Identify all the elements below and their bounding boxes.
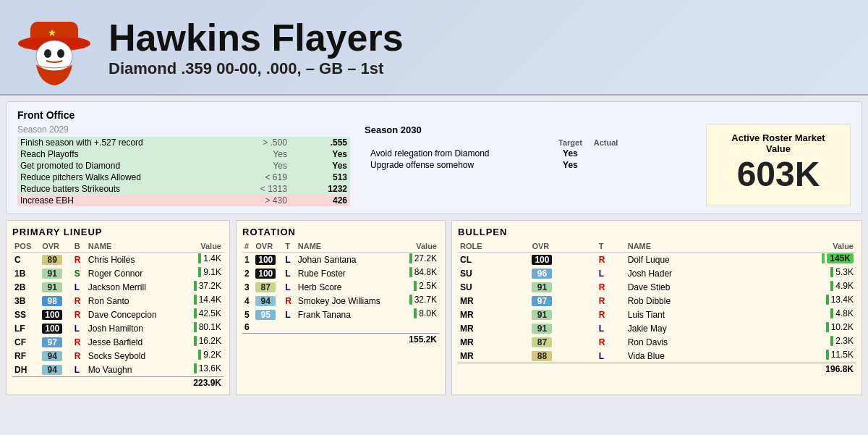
- pitcher-hand: L: [283, 266, 296, 280]
- player-hand: R: [72, 253, 86, 267]
- rotation-title: ROTATION: [242, 227, 439, 237]
- player-pos: 3B: [12, 294, 40, 308]
- table-row: 5 95 L Frank Tanana 8.0K: [242, 308, 439, 321]
- fo-2029-label: Season 2029: [17, 124, 350, 135]
- fo-goal-text: Reach Playoffs: [17, 148, 205, 160]
- fo-2030-label: Season 2030: [365, 124, 692, 135]
- bullpen-ovr: 91: [529, 308, 596, 321]
- bullpen-role: SU: [458, 280, 529, 294]
- bullpen-hand: R: [597, 253, 626, 267]
- pitcher-name: [296, 321, 400, 334]
- bullpen-ovr: 100: [529, 253, 596, 267]
- bullpen-ovr: 97: [529, 294, 596, 308]
- fo-goal-actual: Yes: [293, 148, 350, 160]
- player-pos: DH: [12, 363, 40, 377]
- fo-goal-target: Yes: [205, 160, 293, 172]
- header: ⭐ Hawkins Flayers Diamond .359 00-00, .0…: [0, 0, 868, 96]
- fo-goal-target: < 619: [205, 172, 293, 183]
- bullpen-ovr: 87: [529, 335, 596, 349]
- player-pos: CF: [12, 335, 40, 349]
- bullpen-role: MR: [458, 349, 529, 363]
- fo-goal-target: < 1313: [205, 183, 293, 195]
- col-t: T: [597, 240, 626, 253]
- bullpen-value: 2.3K: [758, 335, 856, 349]
- fo-goal-actual: Yes: [293, 160, 350, 172]
- col-ovr: OVR: [529, 240, 596, 253]
- table-row: MR 97 R Rob Dibble 13.4K: [458, 294, 856, 308]
- player-hand: L: [72, 280, 86, 294]
- team-name: Hawkins Flayers: [109, 16, 404, 59]
- bullpen-title: BULLPEN: [458, 227, 856, 237]
- bullpen-role: MR: [458, 294, 529, 308]
- bullpen-name: Jakie May: [626, 321, 758, 335]
- pitcher-num: 1: [242, 253, 253, 267]
- bullpen-hand: R: [597, 308, 626, 321]
- bullpen-hand: R: [597, 294, 626, 308]
- table-row: MR 88 L Vida Blue 11.5K: [458, 349, 856, 363]
- rotation-total-label: [242, 334, 400, 346]
- player-name: Josh Hamilton: [86, 321, 182, 335]
- col-name: NAME: [626, 240, 758, 253]
- pitcher-num: 4: [242, 294, 253, 308]
- fo-goal-actual: 1232: [293, 183, 350, 195]
- fo-goal-target: Yes: [205, 148, 293, 160]
- player-pos: 2B: [12, 280, 40, 294]
- col-b: B: [72, 240, 86, 253]
- player-hand: L: [72, 321, 86, 335]
- player-ovr: 94: [40, 349, 72, 363]
- bullpen-hand: R: [597, 335, 626, 349]
- table-row: C 89 R Chris Hoiles 1.4K: [12, 253, 224, 267]
- pitcher-ovr: 100: [253, 266, 283, 280]
- bullpen-value: 10.2K: [758, 321, 856, 335]
- fo-goal-text: Increase EBH: [17, 195, 205, 206]
- table-row: SU 91 R Dave Stieb 4.9K: [458, 280, 856, 294]
- bullpen-hand: L: [597, 321, 626, 335]
- fo-goal-text: Reduce batters Strikeouts: [17, 183, 205, 195]
- player-hand: R: [72, 335, 86, 349]
- pitcher-hand: R: [283, 294, 296, 308]
- player-hand: L: [72, 363, 86, 377]
- col-value: Value: [758, 240, 856, 253]
- table-row: 6: [242, 321, 439, 334]
- player-value: 9.1K: [182, 266, 224, 280]
- pitcher-ovr: 94: [253, 294, 283, 308]
- svg-point-6: [57, 49, 64, 58]
- fo-2030-target: Yes: [553, 159, 588, 171]
- fo-goal-target: > .500: [205, 137, 293, 148]
- fo-right: Season 2030 Target Actual Avoid relegati…: [365, 124, 851, 206]
- pitcher-name: Rube Foster: [296, 266, 400, 280]
- fo-goal-target: > 430: [205, 195, 293, 206]
- market-value-amount: 603K: [721, 154, 835, 194]
- player-name: Dave Concepcion: [86, 308, 182, 321]
- front-office: Front Office Season 2029 Finish season w…: [6, 101, 862, 214]
- fo-2030-actual: [588, 159, 624, 171]
- pitcher-value: [400, 321, 439, 334]
- bullpen-value: 11.5K: [758, 349, 856, 363]
- table-row: CL 100 R Dolf Luque 145K: [458, 253, 856, 267]
- svg-point-4: [36, 41, 72, 72]
- bullpen-hand: R: [597, 280, 626, 294]
- table-row: 3 87 L Herb Score 2.5K: [242, 280, 439, 294]
- fo-goal-text: Finish season with +.527 record: [17, 137, 205, 148]
- svg-point-5: [44, 49, 51, 58]
- table-row: 1B 91 S Roger Connor 9.1K: [12, 266, 224, 280]
- player-ovr: 100: [40, 321, 72, 335]
- player-value: 1.4K: [182, 253, 224, 267]
- player-ovr: 89: [40, 253, 72, 267]
- fo-goal-actual: 513: [293, 172, 350, 183]
- pitcher-name: Herb Score: [296, 280, 400, 294]
- bullpen-role: MR: [458, 335, 529, 349]
- col-role: ROLE: [458, 240, 529, 253]
- player-hand: R: [72, 294, 86, 308]
- team-subtitle: Diamond .359 00-00, .000, – GB – 1st: [109, 59, 404, 78]
- lineup-total-label: [12, 377, 182, 389]
- player-name: Jackson Merrill: [86, 280, 182, 294]
- fo-2030-table: Target Actual Avoid relegation from Diam…: [365, 138, 624, 171]
- player-name: Socks Seybold: [86, 349, 182, 363]
- bullpen-name: Josh Hader: [626, 266, 758, 280]
- col-t: T: [283, 240, 296, 253]
- player-ovr: 97: [40, 335, 72, 349]
- table-row: 1 100 L Johan Santana 27.2K: [242, 253, 439, 267]
- bullpen-ovr: 96: [529, 266, 596, 280]
- market-value-box: Active Roster Market Value 603K: [706, 124, 851, 206]
